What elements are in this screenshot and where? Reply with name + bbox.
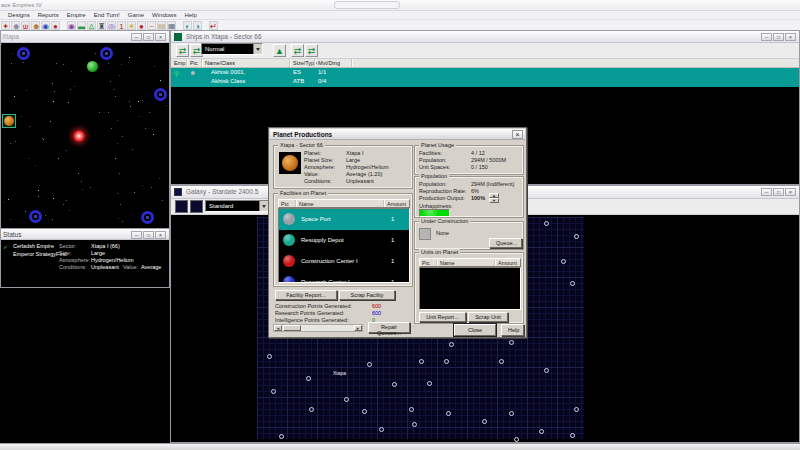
maximize-icon[interactable]: □: [773, 33, 784, 41]
system-circle[interactable]: [561, 259, 566, 264]
toolbar-icon-race-report[interactable]: ψ: [21, 21, 30, 30]
join-fleet-icon[interactable]: ⇄: [291, 44, 304, 57]
units-header[interactable]: Pic Name Amount: [419, 258, 521, 267]
toolbar-icon-next-colony[interactable]: ◑: [193, 21, 202, 30]
galaxy-display-select[interactable]: Standard: [205, 200, 269, 212]
toolbar-icon-research[interactable]: Δ: [87, 21, 96, 30]
toolbar-icon-intelligence[interactable]: ♜: [97, 21, 106, 30]
toolbar-icon-events[interactable]: ☀: [127, 21, 136, 30]
warp-point[interactable]: [100, 47, 113, 60]
system-circle[interactable]: [499, 359, 504, 364]
toolbar-icon-calculator[interactable]: ▦: [167, 21, 176, 30]
facility-report-button[interactable]: Facility Report...: [275, 290, 337, 300]
transfer-cargo-icon[interactable]: ⇄: [176, 44, 189, 57]
system-circle[interactable]: [309, 407, 314, 412]
ship-list-item-selected[interactable]: ψ Akhisk 0001, ES 1/1 Akhisk Class ATB 0…: [171, 68, 799, 87]
toolbar-icon-end-turn[interactable]: ↵: [209, 21, 218, 30]
system-circle[interactable]: [509, 340, 514, 345]
menu-help[interactable]: Help: [184, 12, 196, 18]
warp-point[interactable]: [17, 47, 30, 60]
toolbar-icon-ships-report[interactable]: ◉: [67, 21, 76, 30]
close-icon[interactable]: ×: [155, 33, 166, 41]
toolbar-icon-supply[interactable]: ~: [147, 21, 156, 30]
selected-planet[interactable]: [2, 114, 16, 128]
scrap-unit-button[interactable]: Scrap Unit: [468, 312, 508, 322]
system-circle[interactable]: [427, 381, 432, 386]
toolbar-icon-notes[interactable]: ▤: [157, 21, 166, 30]
minimize-icon[interactable]: ─: [761, 33, 772, 41]
toolbar-icon-design-report[interactable]: ✦: [1, 21, 10, 30]
facility-row-space-port[interactable]: Space Port 1: [279, 209, 409, 230]
minimize-icon[interactable]: ─: [131, 33, 142, 41]
system-circle[interactable]: [306, 376, 311, 381]
toolbar-icon-ministers[interactable]: ☻: [31, 21, 40, 30]
toolbar-icon-resources[interactable]: ▬: [77, 21, 86, 30]
green-planet[interactable]: [87, 61, 98, 72]
system-circle[interactable]: [412, 422, 417, 427]
toolbar-icon-empire-status[interactable]: ☻: [11, 21, 20, 30]
warp-point[interactable]: [154, 88, 167, 101]
scroll-right-icon[interactable]: ►: [354, 325, 362, 331]
system-circle[interactable]: [446, 411, 451, 416]
system-circle[interactable]: [482, 419, 487, 424]
facility-row-construction-center[interactable]: Construction Center I 1: [279, 251, 409, 272]
system-map-titlebar[interactable]: Xtapa ─ □ ×: [1, 31, 169, 43]
status-titlebar[interactable]: Status ─ □ ×: [1, 229, 169, 240]
maximize-icon[interactable]: □: [773, 188, 784, 196]
maximize-icon[interactable]: □: [143, 33, 154, 41]
system-circle[interactable]: [379, 427, 384, 432]
warp-point[interactable]: [29, 210, 42, 223]
galaxy-view-icon-2[interactable]: [190, 200, 203, 213]
scroll-left-icon[interactable]: ◄: [274, 325, 282, 331]
dialog-titlebar[interactable]: Planet Productions ×: [270, 129, 525, 140]
minimize-icon[interactable]: ─: [131, 231, 142, 239]
queue-button[interactable]: Queue...: [489, 238, 522, 248]
toolbar-icon-log[interactable]: ◎: [107, 21, 116, 30]
close-button[interactable]: Close: [454, 324, 496, 336]
system-circle[interactable]: [271, 389, 276, 394]
system-circle[interactable]: [444, 359, 449, 364]
system-circle[interactable]: [570, 281, 575, 286]
toolbar-icon-planets-report[interactable]: ◉: [41, 21, 50, 30]
facilities-header[interactable]: Pic Name Amount: [278, 199, 410, 208]
system-circle[interactable]: [574, 407, 579, 412]
close-icon[interactable]: ×: [155, 231, 166, 239]
toolbar-icon-colonies-report[interactable]: ●: [51, 21, 60, 30]
unit-report-button[interactable]: Unit Report...: [419, 312, 466, 322]
system-circle[interactable]: [449, 342, 454, 347]
facilities-list[interactable]: Space Port 1 Resupply Depot 1 Constructi…: [278, 208, 410, 283]
system-circle[interactable]: [574, 234, 579, 239]
close-icon[interactable]: ×: [785, 188, 796, 196]
toolbar-icon-comet[interactable]: ●: [137, 21, 146, 30]
units-list[interactable]: [419, 267, 521, 310]
system-circle[interactable]: [279, 434, 284, 439]
system-circle[interactable]: [570, 433, 575, 438]
system-map-canvas[interactable]: [1, 43, 169, 228]
system-circle[interactable]: [362, 409, 367, 414]
chevron-down-icon[interactable]: [259, 201, 268, 211]
galaxy-view-icon-1[interactable]: [175, 200, 188, 213]
horizontal-scrollbar[interactable]: ◄ ►: [273, 324, 363, 332]
ships-filter-select[interactable]: Normal: [201, 43, 263, 55]
system-circle[interactable]: [544, 368, 549, 373]
toolbar-icon-prev-colony[interactable]: ◐: [183, 21, 192, 30]
system-circle[interactable]: [367, 362, 372, 367]
system-circle[interactable]: [509, 411, 514, 416]
scrap-facility-button[interactable]: Scrap Facility: [339, 290, 395, 300]
maximize-icon[interactable]: □: [143, 231, 154, 239]
system-circle[interactable]: [539, 429, 544, 434]
chevron-down-icon[interactable]: [253, 44, 262, 54]
system-circle[interactable]: [544, 221, 549, 226]
leave-fleet-icon[interactable]: ⇄: [305, 44, 318, 57]
repair-queues-button[interactable]: Repair Queues...: [368, 322, 410, 333]
system-circle[interactable]: [344, 397, 349, 402]
sentry-icon[interactable]: ▲: [273, 44, 286, 57]
menu-game[interactable]: Game: [128, 12, 144, 18]
ships-list-header[interactable]: Emp Pic Name/Class Size/Type Mvt/Dmg: [171, 59, 799, 68]
system-circle[interactable]: [419, 359, 424, 364]
toolbar-icon-turn-number[interactable]: 1: [117, 21, 126, 30]
system-circle[interactable]: [514, 437, 519, 442]
ships-titlebar[interactable]: Ships in Xtapa - Sector 66 ─ □ ×: [171, 31, 799, 43]
system-circle[interactable]: [392, 382, 397, 387]
menu-windows[interactable]: Windows: [152, 12, 176, 18]
